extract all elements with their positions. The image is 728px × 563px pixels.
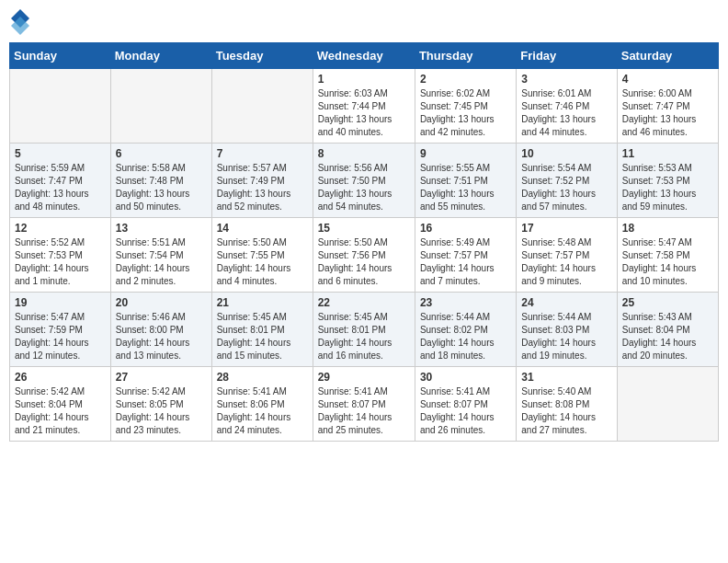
weekday-header-monday: Monday [110, 43, 211, 69]
weekday-header-sunday: Sunday [10, 43, 111, 69]
day-info: Sunrise: 5:48 AM Sunset: 7:57 PM Dayligh… [521, 236, 611, 288]
day-number: 27 [116, 371, 207, 384]
day-info: Sunrise: 5:54 AM Sunset: 7:52 PM Dayligh… [521, 162, 611, 213]
calendar-cell: 7Sunrise: 5:57 AM Sunset: 7:49 PM Daylig… [211, 144, 313, 218]
calendar-cell: 29Sunrise: 5:41 AM Sunset: 8:07 PM Dayli… [313, 367, 415, 442]
calendar-cell: 20Sunrise: 5:46 AM Sunset: 8:00 PM Dayli… [110, 293, 211, 367]
calendar-week-row: 5Sunrise: 5:59 AM Sunset: 7:47 PM Daylig… [10, 144, 719, 218]
calendar-cell [617, 367, 718, 442]
day-number: 8 [318, 147, 410, 160]
calendar-cell: 24Sunrise: 5:44 AM Sunset: 8:03 PM Dayli… [517, 293, 617, 367]
day-info: Sunrise: 5:41 AM Sunset: 8:07 PM Dayligh… [318, 385, 410, 437]
day-number: 19 [15, 296, 106, 309]
day-info: Sunrise: 5:55 AM Sunset: 7:51 PM Dayligh… [420, 162, 511, 213]
day-number: 7 [217, 147, 308, 160]
calendar-cell: 28Sunrise: 5:41 AM Sunset: 8:06 PM Dayli… [211, 367, 313, 442]
calendar-cell: 17Sunrise: 5:48 AM Sunset: 7:57 PM Dayli… [517, 218, 617, 293]
calendar-cell: 16Sunrise: 5:49 AM Sunset: 7:57 PM Dayli… [415, 218, 516, 293]
calendar-cell: 6Sunrise: 5:58 AM Sunset: 7:48 PM Daylig… [110, 144, 211, 218]
weekday-header-wednesday: Wednesday [313, 43, 415, 69]
day-number: 20 [116, 296, 207, 309]
calendar-week-row: 1Sunrise: 6:03 AM Sunset: 7:44 PM Daylig… [10, 69, 719, 144]
day-info: Sunrise: 6:00 AM Sunset: 7:47 PM Dayligh… [622, 87, 713, 139]
day-info: Sunrise: 5:44 AM Sunset: 8:02 PM Dayligh… [420, 311, 511, 362]
calendar-cell: 25Sunrise: 5:43 AM Sunset: 8:04 PM Dayli… [617, 293, 718, 367]
calendar-cell: 12Sunrise: 5:52 AM Sunset: 7:53 PM Dayli… [10, 218, 111, 293]
calendar-cell: 27Sunrise: 5:42 AM Sunset: 8:05 PM Dayli… [110, 367, 211, 442]
day-info: Sunrise: 6:02 AM Sunset: 7:45 PM Dayligh… [420, 87, 511, 139]
day-info: Sunrise: 5:50 AM Sunset: 7:56 PM Dayligh… [318, 236, 410, 288]
day-number: 9 [420, 147, 511, 160]
day-info: Sunrise: 5:41 AM Sunset: 8:06 PM Dayligh… [217, 385, 308, 437]
weekday-header-row: SundayMondayTuesdayWednesdayThursdayFrid… [10, 43, 719, 69]
calendar-cell: 31Sunrise: 5:40 AM Sunset: 8:08 PM Dayli… [517, 367, 617, 442]
day-info: Sunrise: 5:43 AM Sunset: 8:04 PM Dayligh… [622, 311, 713, 362]
calendar-cell: 10Sunrise: 5:54 AM Sunset: 7:52 PM Dayli… [517, 144, 617, 218]
weekday-header-thursday: Thursday [415, 43, 516, 69]
calendar-cell: 19Sunrise: 5:47 AM Sunset: 7:59 PM Dayli… [10, 293, 111, 367]
calendar-cell: 2Sunrise: 6:02 AM Sunset: 7:45 PM Daylig… [415, 69, 516, 144]
day-number: 15 [318, 222, 410, 235]
day-number: 11 [622, 147, 713, 160]
day-info: Sunrise: 5:42 AM Sunset: 8:04 PM Dayligh… [15, 385, 106, 437]
calendar-cell: 8Sunrise: 5:56 AM Sunset: 7:50 PM Daylig… [313, 144, 415, 218]
logo [9, 9, 33, 35]
day-info: Sunrise: 5:47 AM Sunset: 7:58 PM Dayligh… [622, 236, 713, 288]
day-info: Sunrise: 5:40 AM Sunset: 8:08 PM Dayligh… [521, 385, 611, 437]
day-number: 2 [420, 73, 511, 86]
calendar-cell: 26Sunrise: 5:42 AM Sunset: 8:04 PM Dayli… [10, 367, 111, 442]
logo-icon [11, 9, 29, 35]
day-info: Sunrise: 5:59 AM Sunset: 7:47 PM Dayligh… [15, 162, 106, 213]
calendar-cell: 4Sunrise: 6:00 AM Sunset: 7:47 PM Daylig… [617, 69, 718, 144]
day-info: Sunrise: 5:57 AM Sunset: 7:49 PM Dayligh… [217, 162, 308, 213]
calendar-cell [211, 69, 313, 144]
calendar-cell: 22Sunrise: 5:45 AM Sunset: 8:01 PM Dayli… [313, 293, 415, 367]
calendar-cell: 11Sunrise: 5:53 AM Sunset: 7:53 PM Dayli… [617, 144, 718, 218]
weekday-header-tuesday: Tuesday [211, 43, 313, 69]
calendar-cell: 9Sunrise: 5:55 AM Sunset: 7:51 PM Daylig… [415, 144, 516, 218]
day-number: 18 [622, 222, 713, 235]
day-number: 30 [420, 371, 511, 384]
day-number: 29 [318, 371, 410, 384]
day-info: Sunrise: 5:53 AM Sunset: 7:53 PM Dayligh… [622, 162, 713, 213]
day-number: 16 [420, 222, 511, 235]
calendar-cell: 1Sunrise: 6:03 AM Sunset: 7:44 PM Daylig… [313, 69, 415, 144]
calendar-cell: 21Sunrise: 5:45 AM Sunset: 8:01 PM Dayli… [211, 293, 313, 367]
day-number: 26 [15, 371, 106, 384]
day-info: Sunrise: 5:42 AM Sunset: 8:05 PM Dayligh… [116, 385, 207, 437]
day-number: 3 [521, 73, 611, 86]
calendar-cell: 14Sunrise: 5:50 AM Sunset: 7:55 PM Dayli… [211, 218, 313, 293]
calendar-cell: 5Sunrise: 5:59 AM Sunset: 7:47 PM Daylig… [10, 144, 111, 218]
calendar-cell: 30Sunrise: 5:41 AM Sunset: 8:07 PM Dayli… [415, 367, 516, 442]
calendar-table: SundayMondayTuesdayWednesdayThursdayFrid… [9, 42, 719, 442]
calendar-week-row: 19Sunrise: 5:47 AM Sunset: 7:59 PM Dayli… [10, 293, 719, 367]
day-number: 23 [420, 296, 511, 309]
day-number: 13 [116, 222, 207, 235]
day-info: Sunrise: 5:41 AM Sunset: 8:07 PM Dayligh… [420, 385, 511, 437]
weekday-header-saturday: Saturday [617, 43, 718, 69]
calendar-cell: 18Sunrise: 5:47 AM Sunset: 7:58 PM Dayli… [617, 218, 718, 293]
calendar-cell: 13Sunrise: 5:51 AM Sunset: 7:54 PM Dayli… [110, 218, 211, 293]
calendar-cell [10, 69, 111, 144]
calendar-cell [110, 69, 211, 144]
day-info: Sunrise: 6:01 AM Sunset: 7:46 PM Dayligh… [521, 87, 611, 139]
day-number: 4 [622, 73, 713, 86]
day-number: 1 [318, 73, 410, 86]
day-info: Sunrise: 5:44 AM Sunset: 8:03 PM Dayligh… [521, 311, 611, 362]
calendar-cell: 23Sunrise: 5:44 AM Sunset: 8:02 PM Dayli… [415, 293, 516, 367]
day-info: Sunrise: 5:56 AM Sunset: 7:50 PM Dayligh… [318, 162, 410, 213]
day-number: 5 [15, 147, 106, 160]
day-number: 25 [622, 296, 713, 309]
day-info: Sunrise: 5:50 AM Sunset: 7:55 PM Dayligh… [217, 236, 308, 288]
day-info: Sunrise: 5:45 AM Sunset: 8:01 PM Dayligh… [318, 311, 410, 362]
calendar-week-row: 12Sunrise: 5:52 AM Sunset: 7:53 PM Dayli… [10, 218, 719, 293]
day-number: 6 [116, 147, 207, 160]
day-number: 12 [15, 222, 106, 235]
calendar-cell: 3Sunrise: 6:01 AM Sunset: 7:46 PM Daylig… [517, 69, 617, 144]
day-number: 24 [521, 296, 611, 309]
calendar-cell: 15Sunrise: 5:50 AM Sunset: 7:56 PM Dayli… [313, 218, 415, 293]
day-info: Sunrise: 5:49 AM Sunset: 7:57 PM Dayligh… [420, 236, 511, 288]
day-number: 10 [521, 147, 611, 160]
day-number: 14 [217, 222, 308, 235]
calendar-week-row: 26Sunrise: 5:42 AM Sunset: 8:04 PM Dayli… [10, 367, 719, 442]
